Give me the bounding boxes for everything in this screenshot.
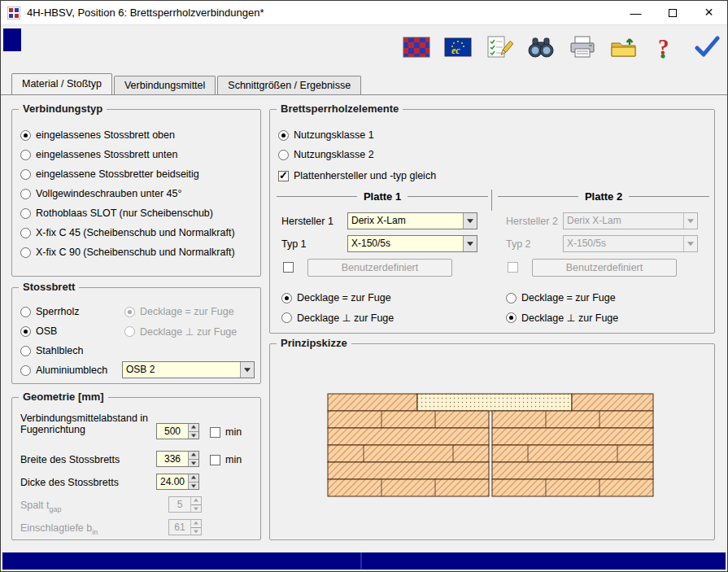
hersteller1-dropdown[interactable]: Derix X-Lam (347, 212, 477, 229)
radio-label: Nutzungsklasse 1 (294, 129, 374, 141)
radio-aluminiumblech[interactable]: Aluminiumblech (20, 363, 107, 378)
group-title: Verbindungstyp (19, 103, 107, 115)
radio-label: Nutzungsklasse 2 (294, 149, 374, 160)
radio-icon (20, 247, 31, 258)
spinner-arrows-icon[interactable] (188, 424, 198, 439)
radio-sperrholz[interactable]: Sperrholz (20, 304, 80, 319)
chevron-down-icon (463, 213, 477, 229)
checkbox-icon (210, 455, 220, 465)
print-icon[interactable] (567, 33, 598, 61)
checkbox-icon (278, 171, 289, 181)
dropdown-value: Derix X-Lam (348, 213, 463, 229)
breite-min-checkbox[interactable]: min (210, 452, 242, 467)
radio-icon (20, 326, 31, 337)
tab-material-stosstyp[interactable]: Material / Stoßtyp (11, 73, 112, 94)
radio-option-vollgewindeschrauben[interactable]: Vollgewindeschrauben unter 45° (20, 186, 181, 201)
abstand-input[interactable]: 500 (156, 423, 199, 439)
maximize-button[interactable] (654, 1, 691, 25)
benutzerdefiniert1-checkbox[interactable] (283, 262, 294, 273)
toolbar-icons: ec (401, 33, 722, 61)
radio-icon (281, 293, 292, 303)
radio-icon (20, 208, 31, 219)
benutzerdefiniert1-button[interactable]: Benutzerdefiniert (307, 259, 452, 277)
button-label: Benutzerdefiniert (566, 262, 643, 273)
einschlagtiefe-input[interactable]: 61 (168, 519, 202, 535)
radio-option-xfix-c90[interactable]: X-fix C 90 (Scheibenschub und Normalkraf… (20, 245, 235, 260)
platte1-decklage-perp[interactable]: Decklage ⊥ zur Fuge (281, 310, 394, 325)
checkbox-label: min (225, 454, 242, 465)
typ1-dropdown[interactable]: X-150/5s (347, 235, 477, 252)
radio-option-xfix-c45[interactable]: X-fix C 45 (Scheibenschub und Normalkraf… (20, 225, 235, 240)
benutzerdefiniert2-button[interactable]: Benutzerdefiniert (532, 259, 677, 277)
tab-verbindungsmittel[interactable]: Verbindungsmittel (114, 76, 216, 94)
tabstrip: Material / Stoßtyp Verbindungsmittel Sch… (1, 73, 727, 94)
minimize-button[interactable]: — (617, 1, 654, 25)
breite-input[interactable]: 336 (156, 451, 199, 467)
brand-block (3, 28, 21, 51)
group-prinzipskizze: Prinzipskizze (269, 343, 715, 540)
group-verbindungstyp: Verbindungstyp eingelassenes Stossbrett … (11, 109, 261, 277)
abstand-min-checkbox[interactable]: min (210, 425, 242, 439)
group-title: Brettsperrholzelemente (277, 103, 403, 115)
close-button[interactable]: × (691, 1, 727, 25)
radio-label: Rothoblaas SLOT (nur Scheibenschub) (36, 207, 213, 219)
radio-nutzungsklasse-1[interactable]: Nutzungsklasse 1 (278, 128, 374, 142)
radio-option-stossbrett-oben[interactable]: eingelassenes Stossbrett oben (20, 128, 175, 142)
radio-icon (281, 312, 292, 323)
radio-decklage-perp-disabled[interactable]: Decklage ⊥ zur Fuge (124, 324, 237, 338)
radio-icon (278, 130, 289, 141)
tab-schnittgroessen-ergebnisse[interactable]: Schnittgrößen / Ergebnisse (217, 76, 361, 94)
radio-label: OSB (36, 325, 57, 337)
radio-icon (506, 312, 517, 323)
chevron-down-icon (463, 236, 477, 251)
spinner-arrows-icon[interactable] (188, 452, 198, 466)
app-window: 4H-HBSV, Position 6: Brettsperrholzverbi… (0, 0, 728, 572)
dropdown-value: Derix X-Lam (564, 213, 683, 229)
radio-nutzungsklasse-2[interactable]: Nutzungsklasse 2 (278, 147, 374, 162)
material-pattern-icon[interactable] (401, 33, 432, 61)
typ2-label: Typ 2 (506, 238, 531, 250)
platte1-header: Platte 1 (277, 190, 488, 203)
typ2-dropdown[interactable]: X-150/5s (563, 235, 698, 252)
radio-stahlblech[interactable]: Stahlblech (20, 343, 83, 358)
chevron-down-icon (240, 362, 254, 378)
checklist-edit-icon[interactable] (484, 33, 515, 61)
radio-label: Decklage ⊥ zur Fuge (140, 325, 237, 338)
spalt-input[interactable]: 5 (168, 496, 202, 513)
dropdown-value: OSB 2 (123, 362, 240, 378)
radio-option-rothoblaas-slot[interactable]: Rothoblaas SLOT (nur Scheibenschub) (20, 206, 213, 221)
open-folder-icon[interactable] (608, 33, 639, 61)
radio-icon (124, 307, 135, 317)
radio-icon (20, 130, 31, 141)
benutzerdefiniert2-checkbox[interactable] (508, 262, 518, 273)
radio-label: Decklage ⊥ zur Fuge (521, 312, 618, 324)
osb-type-dropdown[interactable]: OSB 2 (122, 361, 255, 378)
platte2-decklage-parallel[interactable]: Decklage = zur Fuge (506, 290, 616, 305)
hersteller2-label: Hersteller 2 (506, 216, 558, 227)
app-icon (7, 7, 20, 20)
apply-check-icon[interactable] (691, 33, 722, 61)
search-binoculars-icon[interactable] (525, 33, 556, 61)
radio-osb[interactable]: OSB (20, 324, 57, 338)
typ1-label: Typ 1 (281, 238, 307, 250)
status-bar-divider (360, 552, 362, 570)
close-icon: × (704, 4, 713, 21)
radio-option-stossbretter-beidseitig[interactable]: eingelassene Stossbretter beidseitig (20, 167, 199, 181)
hersteller2-dropdown[interactable]: Derix X-Lam (563, 212, 698, 229)
spinner-arrows-icon[interactable] (188, 474, 198, 489)
group-title: Prinzipskizze (277, 337, 351, 349)
radio-decklage-parallel-disabled[interactable]: Decklage = zur Fuge (124, 304, 234, 319)
label-spalt: Spalt tgap (20, 500, 61, 513)
radio-label: X-fix C 45 (Scheibenschub und Normalkraf… (36, 227, 235, 238)
input-value: 61 (169, 520, 190, 535)
platte1-decklage-parallel[interactable]: Decklage = zur Fuge (281, 290, 391, 305)
plattenhersteller-gleich-checkbox[interactable]: Plattenhersteller und -typ gleich (278, 168, 436, 183)
radio-option-stossbrett-unten[interactable]: eingelassenes Stossbrett unten (20, 147, 177, 162)
group-stossbrett: Stossbrett Sperrholz OSB Stahlblech Alum… (11, 287, 261, 384)
help-icon[interactable]: ? (650, 33, 681, 61)
platte2-decklage-perp[interactable]: Decklage ⊥ zur Fuge (506, 310, 618, 325)
radio-label: Vollgewindeschrauben unter 45° (36, 188, 181, 199)
dicke-input[interactable]: 24.00 (156, 474, 199, 490)
group-title: Geometrie [mm] (19, 391, 108, 403)
eurocode-icon[interactable]: ec (442, 33, 473, 61)
